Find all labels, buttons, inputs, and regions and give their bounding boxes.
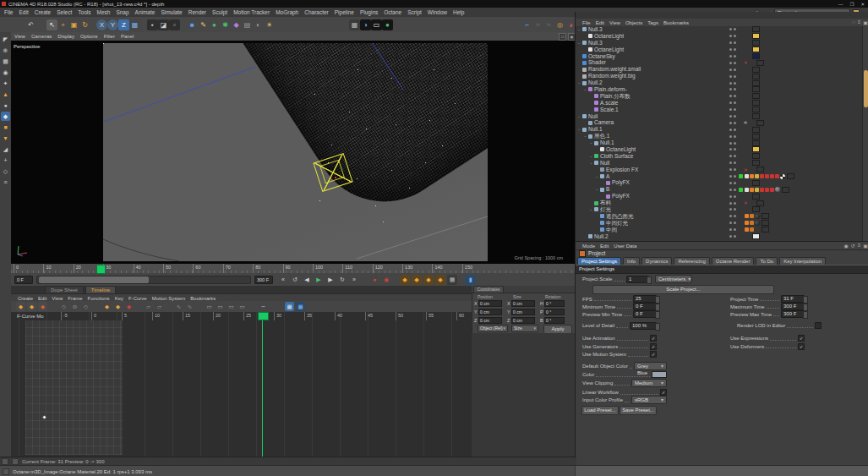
- object-label[interactable]: 布料: [600, 200, 611, 206]
- material-ball-icon[interactable]: [745, 54, 751, 59]
- menu-item[interactable]: Window: [428, 9, 447, 15]
- object-row[interactable]: A.scale: [576, 100, 862, 107]
- enabled-checkbox[interactable]: [739, 167, 743, 172]
- timeline-menu-item[interactable]: F-Curve: [128, 296, 147, 301]
- light-color-swatch[interactable]: [752, 140, 760, 146]
- tag-icons[interactable]: [745, 221, 754, 225]
- enabled-checkbox[interactable]: [739, 161, 743, 165]
- ds-snap1-icon[interactable]: ▭: [205, 302, 214, 311]
- light-color-swatch[interactable]: [752, 40, 760, 46]
- light-color-swatch[interactable]: [752, 160, 760, 166]
- material-ball-icon[interactable]: [745, 67, 751, 72]
- viewport-menu-item[interactable]: View: [14, 34, 25, 39]
- material-ball-icon[interactable]: [750, 120, 755, 125]
- ds-region-icon[interactable]: ◇: [81, 302, 90, 311]
- next-frame-button[interactable]: ▶: [325, 275, 336, 285]
- render-view-icon[interactable]: ▪: [147, 19, 158, 30]
- undo-icon[interactable]: ↶: [25, 19, 36, 30]
- object-row[interactable]: OctaneSky: [576, 53, 862, 60]
- minimize-button[interactable]: —: [838, 2, 843, 7]
- material-ball-icon[interactable]: [745, 114, 751, 119]
- timeline-menu-item[interactable]: Frame: [68, 296, 82, 301]
- points-mode-icon[interactable]: ✦: [1, 79, 10, 88]
- ds-link-icon[interactable]: ◇: [59, 302, 68, 311]
- material-ball-icon[interactable]: [745, 147, 751, 152]
- visibility-dots[interactable]: [729, 189, 736, 191]
- visibility-dots[interactable]: [729, 122, 736, 124]
- loop-button[interactable]: ↻: [337, 275, 347, 285]
- menu-item[interactable]: Animate: [135, 9, 156, 15]
- object-manager-menu-item[interactable]: File: [582, 20, 591, 25]
- ds-ripple-icon[interactable]: ⊙: [70, 302, 79, 311]
- object-label[interactable]: 中间灯光: [606, 220, 628, 227]
- fr-icon-2[interactable]: [12, 458, 19, 465]
- light-color-swatch[interactable]: [752, 134, 760, 140]
- size-field[interactable]: 0 cm: [511, 317, 535, 324]
- material-ball-icon[interactable]: [745, 194, 751, 199]
- object-label[interactable]: Null.1: [588, 126, 603, 133]
- visibility-dots[interactable]: [729, 75, 736, 78]
- expand-toggle-icon[interactable]: −: [583, 134, 587, 139]
- snap-grid-icon[interactable]: ▦: [349, 19, 360, 30]
- light-color-swatch[interactable]: [762, 227, 769, 233]
- visibility-dots[interactable]: [729, 148, 736, 150]
- material-ball-icon[interactable]: [745, 180, 751, 185]
- visibility-dots[interactable]: [729, 175, 736, 178]
- add-camera-icon[interactable]: ◐: [253, 19, 264, 30]
- menu-item[interactable]: Octane: [384, 9, 401, 15]
- scrollbar-handle[interactable]: [864, 70, 868, 107]
- enabled-checkbox[interactable]: [739, 68, 743, 72]
- axis-lock-icon[interactable]: ■: [1, 123, 10, 132]
- y-axis-lock-icon[interactable]: Y: [107, 19, 118, 30]
- object-manager-menu-item[interactable]: View: [609, 20, 620, 25]
- enabled-checkbox[interactable]: [739, 141, 743, 145]
- menu-item[interactable]: Pipeline: [335, 9, 354, 15]
- menu-item[interactable]: Script: [407, 9, 422, 15]
- material-ball-icon[interactable]: [745, 127, 751, 132]
- object-label[interactable]: Shader: [588, 59, 606, 66]
- autokey-button[interactable]: ◉: [381, 275, 391, 285]
- attribute-checkbox[interactable]: ✓: [798, 343, 805, 350]
- viewport-menu-item[interactable]: Panel: [121, 34, 134, 39]
- visibility-dots[interactable]: [729, 115, 736, 118]
- material-ball-icon[interactable]: [745, 27, 751, 32]
- am-lock-icon[interactable]: ◉: [844, 243, 849, 249]
- rotate-tool-icon[interactable]: ↻: [79, 19, 90, 30]
- enabled-checkbox[interactable]: [739, 188, 743, 192]
- viewport-shading-icon[interactable]: ◑: [360, 19, 371, 30]
- menu-item[interactable]: Plugins: [360, 9, 378, 15]
- x-axis-lock-icon[interactable]: X: [96, 19, 107, 30]
- octane-live-icon[interactable]: ●: [382, 19, 393, 30]
- light-color-swatch[interactable]: [752, 180, 760, 186]
- octane-ring-icon[interactable]: ◎: [554, 19, 565, 30]
- visibility-dots[interactable]: [729, 215, 736, 217]
- track-label[interactable]: F-Curve Mo: [17, 314, 44, 319]
- timeline-menu-item[interactable]: View: [52, 296, 63, 301]
- object-row[interactable]: Plain.分布数: [576, 93, 862, 100]
- attribute-checkbox[interactable]: ✓: [798, 335, 805, 342]
- render-settings-icon[interactable]: ▫: [169, 19, 180, 30]
- coord-mode-dropdown[interactable]: Object (Rel): [478, 325, 508, 332]
- visibility-dots[interactable]: [729, 35, 736, 37]
- menu-item[interactable]: Edit: [19, 9, 28, 15]
- attribute-checkbox[interactable]: ✓: [650, 335, 657, 342]
- linear-workflow-checkbox[interactable]: ✓: [660, 389, 667, 396]
- material-ball-icon[interactable]: [745, 134, 751, 139]
- rotation-field[interactable]: 0 °: [544, 309, 565, 315]
- attribute-value-field[interactable]: 300 F: [781, 310, 805, 318]
- ds-zoom-slider[interactable]: ━: [259, 302, 268, 311]
- material-ball-icon[interactable]: [780, 174, 785, 179]
- object-row[interactable]: 布料 ✕: [576, 200, 862, 206]
- object-label[interactable]: Explosion FX: [606, 167, 638, 173]
- position-field[interactable]: 0 cm: [478, 300, 502, 307]
- enabled-checkbox[interactable]: [739, 181, 743, 185]
- menu-item[interactable]: MoGraph: [276, 9, 298, 15]
- object-row[interactable]: − 灯光: [576, 206, 862, 213]
- add-generator-icon[interactable]: ●: [209, 19, 220, 30]
- material-ball-icon[interactable]: [775, 187, 780, 192]
- viewport-menu-item[interactable]: Cameras: [31, 34, 52, 39]
- texture-mode-icon[interactable]: ▦: [1, 57, 10, 66]
- timeline-menu-item[interactable]: Key: [115, 296, 123, 301]
- enabled-checkbox[interactable]: [739, 41, 743, 45]
- enabled-checkbox[interactable]: [739, 107, 743, 112]
